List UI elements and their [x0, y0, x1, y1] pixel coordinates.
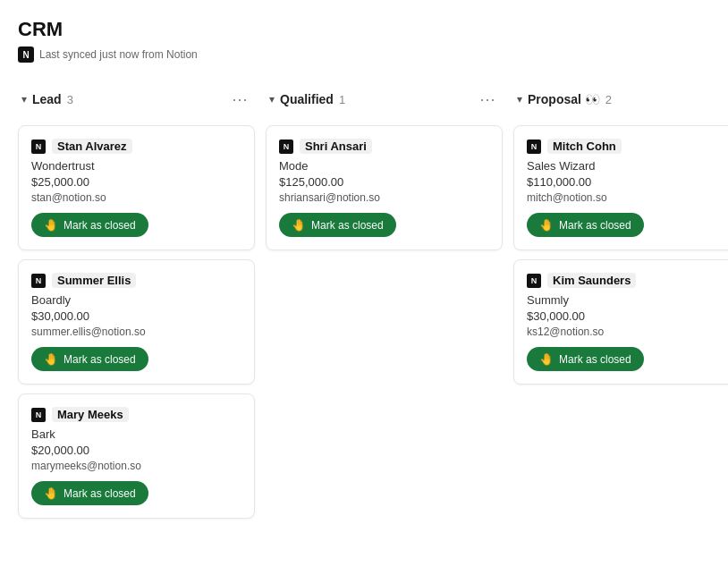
- card-amount: $30,000.00: [31, 309, 241, 323]
- hand-icon: 🤚: [539, 352, 554, 366]
- column-header-proposal: ▾Proposal 👀2⋯: [513, 80, 728, 118]
- card-amount: $125,000.00: [279, 175, 489, 189]
- notion-card-icon: N: [31, 274, 46, 288]
- hand-icon: 🤚: [539, 218, 554, 232]
- card-company: Mode: [279, 159, 489, 173]
- hand-icon: 🤚: [44, 218, 58, 232]
- column-menu-button-qualified[interactable]: ⋯: [476, 88, 499, 111]
- column-count-qualified: 1: [339, 93, 345, 106]
- card-name-row: NShri Ansari: [279, 139, 489, 154]
- chevron-down-icon[interactable]: ▾: [269, 93, 275, 106]
- card: NShri AnsariMode$125,000.00shriansari@no…: [266, 125, 503, 250]
- notion-card-icon: N: [527, 274, 541, 288]
- mark-as-closed-label: Mark as closed: [63, 353, 136, 366]
- chevron-down-icon[interactable]: ▾: [21, 93, 27, 106]
- card-name-row: NMary Meeks: [31, 407, 241, 422]
- mark-as-closed-button[interactable]: 🤚Mark as closed: [31, 481, 148, 505]
- sync-text: Last synced just now from Notion: [39, 48, 198, 61]
- card-amount: $25,000.00: [31, 175, 241, 189]
- mark-as-closed-button[interactable]: 🤚Mark as closed: [279, 213, 396, 237]
- card-email: marymeeks@notion.so: [31, 460, 241, 472]
- column-header-lead: ▾Lead3⋯: [18, 80, 255, 118]
- card-email: stan@notion.so: [31, 191, 241, 204]
- column-proposal: ▾Proposal 👀2⋯NMitch CohnSales Wizard$110…: [513, 80, 728, 393]
- card-name-row: NKim Saunders: [527, 273, 728, 288]
- column-count-proposal: 2: [605, 93, 612, 106]
- card-name-row: NStan Alvarez: [31, 139, 241, 154]
- card-person-name[interactable]: Shri Ansari: [300, 139, 372, 154]
- mark-as-closed-label: Mark as closed: [63, 219, 136, 232]
- card-company: Boardly: [31, 293, 241, 307]
- sync-info: N Last synced just now from Notion: [18, 47, 710, 63]
- card-email: shriansari@notion.so: [279, 191, 489, 204]
- card-amount: $20,000.00: [31, 444, 241, 457]
- column-emoji: 👀: [585, 92, 600, 106]
- column-count-lead: 3: [67, 93, 73, 106]
- card: NMary MeeksBark$20,000.00marymeeks@notio…: [18, 393, 255, 519]
- column-qualified: ▾Qualified1⋯NShri AnsariMode$125,000.00s…: [266, 80, 503, 259]
- mark-as-closed-button[interactable]: 🤚Mark as closed: [31, 213, 148, 237]
- mark-as-closed-label: Mark as closed: [559, 353, 631, 366]
- card-email: ks12@notion.so: [527, 326, 728, 338]
- card: NKim SaundersSummly$30,000.00ks12@notion…: [513, 259, 728, 385]
- card: NSummer EllisBoardly$30,000.00summer.ell…: [18, 259, 255, 385]
- card-amount: $30,000.00: [527, 309, 728, 323]
- card-email: summer.ellis@notion.so: [31, 326, 241, 338]
- card-person-name[interactable]: Mitch Cohn: [547, 139, 622, 154]
- app-title: CRM: [18, 18, 710, 41]
- column-lead: ▾Lead3⋯NStan AlvarezWondertrust$25,000.0…: [18, 80, 255, 528]
- notion-logo-icon: N: [18, 47, 34, 63]
- hand-icon: 🤚: [44, 352, 58, 366]
- hand-icon: 🤚: [292, 218, 306, 232]
- card-company: Summly: [527, 293, 728, 307]
- mark-as-closed-button[interactable]: 🤚Mark as closed: [527, 213, 644, 237]
- hand-icon: 🤚: [44, 486, 58, 500]
- mark-as-closed-button[interactable]: 🤚Mark as closed: [527, 347, 644, 371]
- column-title-proposal: Proposal 👀: [528, 92, 600, 106]
- card-person-name[interactable]: Summer Ellis: [52, 273, 136, 288]
- mark-as-closed-label: Mark as closed: [559, 219, 631, 232]
- card-person-name[interactable]: Mary Meeks: [52, 407, 129, 422]
- column-menu-button-lead[interactable]: ⋯: [228, 88, 251, 111]
- notion-card-icon: N: [31, 408, 46, 422]
- kanban-board: ▾Lead3⋯NStan AlvarezWondertrust$25,000.0…: [18, 80, 710, 528]
- card: NMitch CohnSales Wizard$110,000.00mitch@…: [513, 125, 728, 250]
- card-company: Sales Wizard: [527, 159, 728, 173]
- mark-as-closed-label: Mark as closed: [311, 219, 384, 232]
- notion-card-icon: N: [527, 140, 541, 154]
- notion-card-icon: N: [31, 140, 46, 154]
- column-title-lead: Lead: [32, 92, 62, 106]
- column-header-qualified: ▾Qualified1⋯: [266, 80, 503, 118]
- card-company: Wondertrust: [31, 159, 241, 173]
- chevron-down-icon[interactable]: ▾: [517, 93, 522, 106]
- mark-as-closed-label: Mark as closed: [63, 487, 136, 500]
- card-company: Bark: [31, 427, 241, 441]
- card-person-name[interactable]: Stan Alvarez: [52, 139, 132, 154]
- card-person-name[interactable]: Kim Saunders: [547, 273, 636, 288]
- card-email: mitch@notion.so: [527, 191, 728, 204]
- card: NStan AlvarezWondertrust$25,000.00stan@n…: [18, 125, 255, 250]
- notion-card-icon: N: [279, 140, 293, 154]
- column-title-qualified: Qualified: [280, 92, 334, 106]
- card-name-row: NSummer Ellis: [31, 273, 241, 288]
- mark-as-closed-button[interactable]: 🤚Mark as closed: [31, 347, 148, 371]
- card-amount: $110,000.00: [527, 175, 728, 189]
- card-name-row: NMitch Cohn: [527, 139, 728, 154]
- column-menu-button-proposal[interactable]: ⋯: [724, 88, 728, 111]
